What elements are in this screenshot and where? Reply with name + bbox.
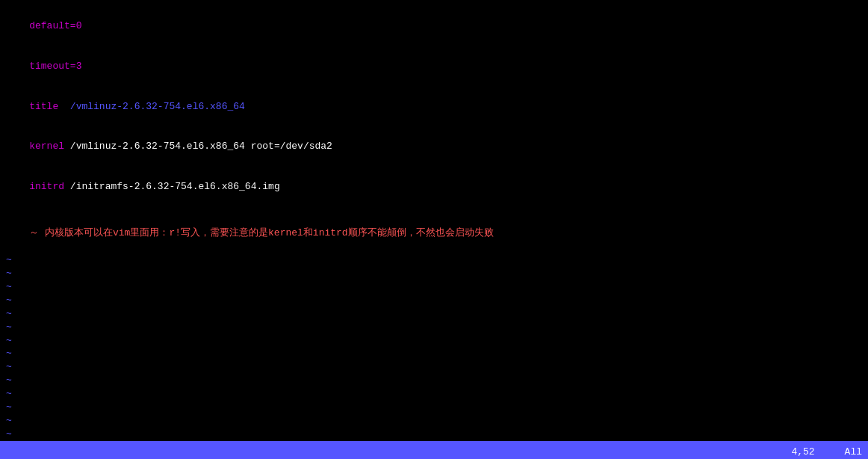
tilde-7: ~ [0, 334, 868, 348]
comment-line: ～ 内核版本可以在vim里面用：r!写入，需要注意的是kernel和initrd… [0, 213, 868, 253]
tilde-5: ~ [0, 307, 868, 321]
tilde-13: ~ [0, 414, 868, 428]
line-title: title /vmlinuz-2.6.32-754.el6.x86_64 [0, 87, 868, 127]
cursor-position: 4,52 [791, 446, 814, 458]
tilde-12: ~ [0, 401, 868, 414]
blank-line-1 [0, 207, 868, 213]
line-default: default=0 [0, 6, 868, 46]
tilde-14: ~ [0, 428, 868, 441]
tilde-11: ~ [0, 387, 868, 401]
tilde-1: ~ [0, 253, 868, 267]
line-kernel: kernel /vmlinuz-2.6.32-754.el6.x86_64 ro… [0, 126, 868, 167]
line-timeout: timeout=3 [0, 46, 868, 87]
file-extent: All [845, 446, 862, 458]
tilde-6: ~ [0, 321, 868, 334]
line-initrd: initrd /initramfs-2.6.32-754.el6.x86_64.… [0, 167, 868, 207]
tilde-3: ~ [0, 280, 868, 294]
tilde-2: ~ [0, 267, 868, 280]
tilde-4: ~ [0, 294, 868, 307]
terminal: default=0 timeout=3 title /vmlinuz-2.6.3… [0, 0, 868, 459]
statusbar-right: 4,52 All [791, 446, 862, 458]
tilde-8: ~ [0, 347, 868, 360]
tilde-10: ~ [0, 374, 868, 387]
tilde-9: ~ [0, 360, 868, 374]
statusbar: 4,52 All [0, 444, 868, 459]
